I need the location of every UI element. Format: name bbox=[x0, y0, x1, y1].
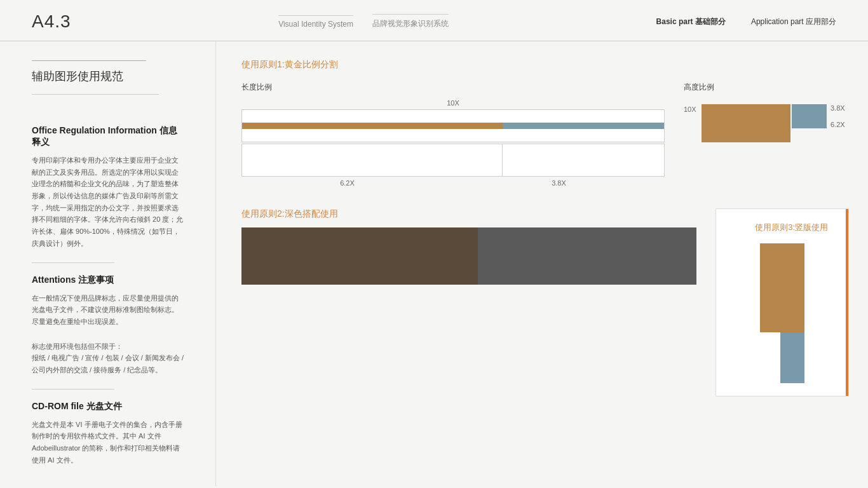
section2-body1: 在一般情况下使用品牌标志，应尽量使用提供的光盘电子文件，不建议使用标准制图绘制标… bbox=[32, 292, 184, 328]
length-bar-top bbox=[241, 109, 665, 142]
principle1-title: 使用原则1:黄金比例分割 bbox=[241, 59, 849, 71]
height-bar-brown bbox=[702, 104, 790, 142]
header-center: Visual Identity System 品牌视觉形象识别系统 bbox=[278, 14, 449, 29]
section3-title: CD-ROM file 光盘文件 bbox=[32, 401, 184, 412]
orange-line bbox=[846, 209, 848, 396]
length-bar-bottom bbox=[241, 144, 665, 177]
page-content: 辅助图形使用规范 Office Regulation Information 信… bbox=[0, 41, 868, 486]
divider-2 bbox=[32, 389, 114, 390]
section1-title: Office Regulation Information 信息释义 bbox=[32, 125, 184, 148]
section1-body: 专用印刷字体和专用办公字体主要应用于企业文献的正文及实务用品。所选定的字体用以实… bbox=[32, 154, 184, 250]
right-box bbox=[503, 144, 664, 176]
header-nav: Basic part 基础部分 Application part 应用部分 bbox=[656, 17, 836, 27]
section2-title: Attentions 注意事项 bbox=[32, 274, 184, 286]
dark-gray-bar bbox=[478, 227, 696, 285]
10x-length-label: 10X bbox=[241, 99, 665, 107]
divider-1 bbox=[32, 262, 114, 263]
page-code: A4.3 bbox=[32, 11, 71, 32]
length-label: 长度比例 bbox=[241, 82, 665, 93]
label-6-2x: 6.2X bbox=[340, 179, 355, 187]
section3-body: 光盘文件是本 VI 手册电子文件的集合，内含手册制作时的专用软件格式文件。其中 … bbox=[32, 419, 184, 466]
height-label-38: 3.8X bbox=[831, 104, 845, 112]
nav-application[interactable]: Application part 应用部分 bbox=[751, 17, 836, 27]
header-vi-subtitle: 品牌视觉形象识别系统 bbox=[372, 14, 449, 29]
height-bar-blue bbox=[792, 104, 827, 128]
section2-body2: 标志使用环境包括但不限于： 报纸 / 电视广告 / 宣传 / 包装 / 会议 /… bbox=[32, 341, 184, 376]
sidebar: 辅助图形使用规范 Office Regulation Information 信… bbox=[0, 41, 216, 486]
principle3-panel: 使用原则3:竖版使用 bbox=[715, 208, 849, 396]
page-title: 辅助图形使用规范 bbox=[32, 69, 159, 95]
principle2-section: 使用原则2:深色搭配使用 使用原则3:竖版使用 bbox=[241, 208, 849, 396]
height-label: 高度比例 bbox=[684, 82, 849, 93]
left-box bbox=[242, 144, 503, 176]
brown-band-over bbox=[242, 123, 503, 129]
height-label-62: 6.2X bbox=[831, 121, 845, 128]
dark-bar bbox=[241, 227, 696, 285]
page-title-label bbox=[32, 60, 146, 65]
principle3-title: 使用原则3:竖版使用 bbox=[729, 222, 836, 233]
vert-bar-brown bbox=[760, 243, 804, 332]
length-sub-labels: 6.2X 3.8X bbox=[241, 179, 665, 187]
header: A4.3 Visual Identity System 品牌视觉形象识别系统 B… bbox=[0, 0, 868, 41]
vert-bar-blue bbox=[780, 332, 805, 383]
header-vi-title: Visual Identity System bbox=[278, 15, 353, 29]
dark-brown-bar bbox=[241, 227, 478, 285]
label-3-8x: 3.8X bbox=[552, 179, 566, 187]
length-ratio-section: 长度比例 10X 6.2X bbox=[241, 82, 665, 187]
principle2-left: 使用原则2:深色搭配使用 bbox=[241, 208, 696, 285]
principle2-title: 使用原则2:深色搭配使用 bbox=[241, 208, 696, 220]
10x-height-label: 10X bbox=[684, 105, 696, 113]
height-ratio-section: 高度比例 10X 3.8X 6.2X bbox=[684, 82, 849, 142]
nav-basic[interactable]: Basic part 基础部分 bbox=[656, 17, 726, 27]
